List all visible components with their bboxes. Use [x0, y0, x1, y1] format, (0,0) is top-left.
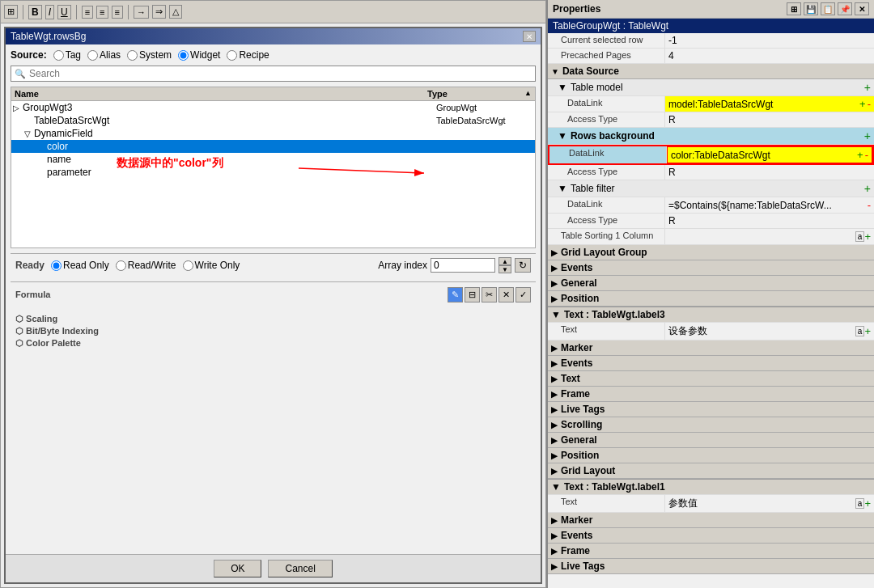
props-section-text2[interactable]: ▶ Text: [548, 371, 874, 387]
array-index-input[interactable]: [431, 258, 495, 273]
source-alias-option[interactable]: Alias: [87, 49, 121, 61]
spin-up-btn[interactable]: ▲: [499, 257, 511, 265]
source-alias-radio[interactable]: [87, 50, 98, 61]
toolbar-grid-btn[interactable]: ⊞: [4, 5, 18, 19]
text-label3-a-btn[interactable]: a: [855, 326, 865, 336]
tree-item-name-field[interactable]: name: [11, 153, 535, 166]
props-section-events3[interactable]: ▶ Events: [548, 528, 874, 544]
rowsbg-add-btn[interactable]: +: [864, 129, 871, 142]
tree-item-tabledatasrcwgt[interactable]: TableDataSrcWgt TableDataSrcWgt: [11, 114, 535, 127]
toolbar-align-center-btn[interactable]: ≡: [96, 6, 108, 19]
datalink-tablemodel-sub[interactable]: -: [868, 98, 871, 110]
props-section-frame[interactable]: ▶ Frame: [548, 387, 874, 402]
access-writeonly-option[interactable]: Write Only: [183, 260, 240, 271]
label1-expand-icon[interactable]: ▼: [551, 481, 561, 493]
source-recipe-radio[interactable]: [227, 50, 237, 61]
props-icon-3[interactable]: 📋: [821, 2, 835, 15]
search-box[interactable]: 🔍: [11, 66, 536, 82]
tablemodel-add-btn[interactable]: +: [864, 81, 871, 94]
props-section-datasource[interactable]: ▼ Data Source: [548, 64, 874, 79]
toolbar-align-left-btn[interactable]: ≡: [82, 6, 93, 19]
access-readwrite-radio[interactable]: [116, 260, 126, 271]
formula-label[interactable]: Formula: [15, 290, 50, 299]
datalink-tablemodel-add[interactable]: +: [859, 98, 866, 110]
props-section-events[interactable]: ▶ Events: [548, 260, 874, 276]
toolbar-arrow2-btn[interactable]: ⇒: [152, 5, 166, 19]
source-system-radio[interactable]: [127, 50, 138, 61]
props-pin-icon[interactable]: 📌: [838, 2, 852, 15]
props-section-livetags[interactable]: ▶ Live Tags: [548, 402, 874, 417]
spin-down-btn[interactable]: ▼: [499, 265, 511, 273]
text-label3-add-btn[interactable]: +: [864, 325, 871, 337]
props-section-general[interactable]: ▶ General: [548, 276, 874, 291]
tree-item-parameter[interactable]: parameter: [11, 166, 535, 179]
source-widget-option[interactable]: Widget: [178, 49, 220, 61]
datalink-rowsbg-sub[interactable]: -: [865, 149, 868, 161]
access-readwrite-option[interactable]: Read/Write: [116, 260, 176, 271]
props-icon-1[interactable]: ⊞: [787, 2, 801, 15]
tree-item-color[interactable]: color: [11, 140, 535, 153]
source-widget-radio[interactable]: [178, 50, 189, 61]
source-recipe-option[interactable]: Recipe: [227, 49, 269, 61]
props-section-position2[interactable]: ▶ Position: [548, 448, 874, 463]
props-section-marker2[interactable]: ▶ Marker: [548, 513, 874, 528]
access-readonly-option[interactable]: Read Only: [51, 260, 109, 271]
rowsbg-expand-icon[interactable]: ▼: [558, 130, 567, 142]
toolbar-italic-btn[interactable]: I: [45, 5, 54, 19]
props-close-icon[interactable]: ✕: [855, 2, 869, 15]
props-section-gridlayout[interactable]: ▶ Grid Layout Group: [548, 245, 874, 260]
props-val-datalink-tablemodel[interactable]: model:TableDataSrcWgt + -: [665, 96, 874, 112]
colorpalette-item[interactable]: ⬡ Color Palette: [15, 338, 531, 349]
formula-edit-btn[interactable]: ✎: [448, 287, 463, 302]
source-tag-option[interactable]: Tag: [53, 49, 81, 61]
refresh-btn[interactable]: ↻: [515, 258, 531, 273]
label3-expand-icon[interactable]: ▼: [551, 309, 561, 320]
datalink-tablefilter-sub[interactable]: -: [868, 199, 871, 211]
bitbyte-item[interactable]: ⬡ Bit/Byte Indexing: [15, 326, 531, 336]
formula-cut-btn[interactable]: ✂: [482, 287, 497, 302]
access-readonly-radio[interactable]: [51, 260, 62, 271]
props-section-events2[interactable]: ▶ Events: [548, 356, 874, 371]
props-section-scrolling[interactable]: ▶ Scrolling: [548, 417, 874, 433]
datalink-rowsbg-add[interactable]: +: [857, 149, 863, 161]
tree-expand-groupwgt3[interactable]: ▷: [13, 104, 23, 112]
props-section-livetags2[interactable]: ▶ Live Tags: [548, 559, 874, 574]
tablefilter-add-btn[interactable]: +: [864, 182, 871, 195]
tree-item-groupwgt3[interactable]: ▷ GroupWgt3 GroupWgt: [11, 101, 535, 114]
scaling-item[interactable]: ⬡ Scaling: [15, 314, 531, 324]
source-system-option[interactable]: System: [127, 49, 172, 61]
props-section-general2[interactable]: ▶ General: [548, 433, 874, 448]
props-val-text-accesstype-tablefilter: R: [668, 215, 676, 226]
tablemodel-expand-icon[interactable]: ▼: [558, 82, 567, 93]
formula-delete-btn[interactable]: ⊟: [465, 287, 480, 302]
source-tag-radio[interactable]: [53, 50, 64, 61]
props-section-gridlayout2[interactable]: ▶ Grid Layout: [548, 463, 874, 479]
tablesorting-add-btn[interactable]: +: [864, 231, 871, 243]
props-val-datalink-rowsbg[interactable]: color:TableDataSrcWgt + -: [667, 146, 872, 163]
dialog-close-button[interactable]: ✕: [523, 31, 536, 42]
toolbar-align-right-btn[interactable]: ≡: [112, 6, 123, 19]
props-section-position[interactable]: ▶ Position: [548, 291, 874, 307]
text-label1-add-btn[interactable]: +: [864, 497, 871, 510]
toolbar-special-btn[interactable]: △: [169, 5, 182, 19]
text-label1-a-btn[interactable]: a: [855, 498, 865, 509]
formula-ok-btn[interactable]: ✓: [515, 287, 531, 302]
props-val-datalink-tablefilter[interactable]: =$Contains(${name:TableDataSrcW... -: [665, 197, 874, 213]
access-writeonly-radio[interactable]: [183, 260, 193, 271]
tablefilter-expand-icon[interactable]: ▼: [558, 183, 567, 194]
toolbar-bold-btn[interactable]: B: [28, 5, 42, 19]
ok-button[interactable]: OK: [214, 560, 261, 577]
tree-sort-icon[interactable]: ▲: [524, 89, 532, 99]
tablesorting-a-btn[interactable]: a: [855, 231, 865, 242]
toolbar-underline-btn[interactable]: U: [57, 5, 71, 19]
toolbar-arrow-btn[interactable]: →: [134, 6, 149, 19]
formula-cancel-btn[interactable]: ✕: [499, 287, 514, 302]
cancel-button[interactable]: Cancel: [268, 560, 332, 577]
properties-scroll[interactable]: Current selected row -1 Precached Pages …: [548, 33, 874, 588]
tree-expand-dynamicfield[interactable]: ▽: [24, 129, 34, 138]
props-icon-2[interactable]: 💾: [804, 2, 818, 15]
props-section-marker[interactable]: ▶ Marker: [548, 341, 874, 356]
props-section-frame2[interactable]: ▶ Frame: [548, 544, 874, 559]
tree-item-dynamicfield[interactable]: ▽ DynamicField: [11, 127, 535, 140]
search-input[interactable]: [29, 68, 532, 79]
